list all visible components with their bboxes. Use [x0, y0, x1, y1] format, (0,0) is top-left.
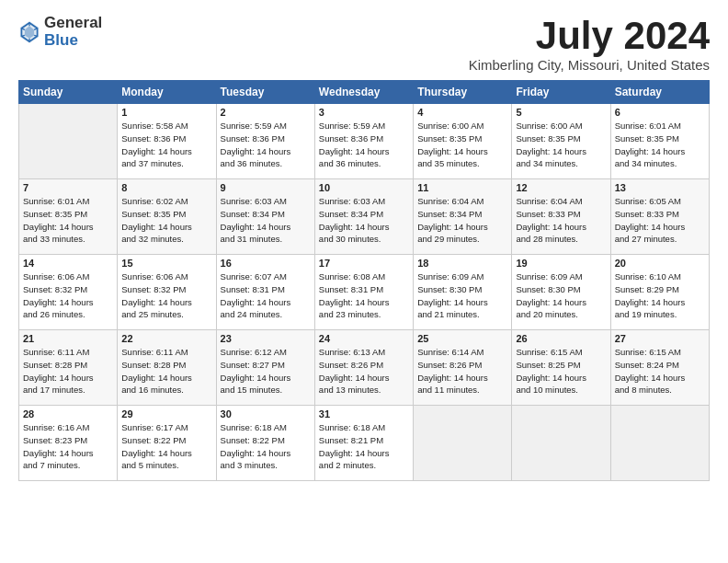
day-number: 12: [516, 182, 606, 193]
calendar-cell: 26Sunrise: 6:15 AM Sunset: 8:25 PM Dayli…: [512, 330, 610, 406]
calendar-table: SundayMondayTuesdayWednesdayThursdayFrid…: [18, 80, 710, 481]
calendar-week-row: 28Sunrise: 6:16 AM Sunset: 8:23 PM Dayli…: [19, 406, 710, 481]
day-info: Sunrise: 6:17 AM Sunset: 8:22 PM Dayligh…: [121, 421, 211, 472]
day-info: Sunrise: 6:14 AM Sunset: 8:26 PM Dayligh…: [417, 346, 507, 396]
weekday-header-row: SundayMondayTuesdayWednesdayThursdayFrid…: [19, 81, 710, 104]
day-info: Sunrise: 6:12 AM Sunset: 8:27 PM Dayligh…: [221, 346, 311, 396]
calendar-cell: 5Sunrise: 6:00 AM Sunset: 8:35 PM Daylig…: [512, 104, 610, 179]
weekday-header: Friday: [512, 81, 610, 104]
day-number: 10: [319, 182, 409, 193]
day-number: 4: [417, 107, 507, 118]
day-info: Sunrise: 6:00 AM Sunset: 8:35 PM Dayligh…: [417, 120, 507, 170]
calendar-cell: [512, 406, 610, 481]
calendar-cell: 24Sunrise: 6:13 AM Sunset: 8:26 PM Dayli…: [314, 330, 413, 406]
day-info: Sunrise: 5:59 AM Sunset: 8:36 PM Dayligh…: [221, 120, 311, 170]
calendar-cell: 21Sunrise: 6:11 AM Sunset: 8:28 PM Dayli…: [19, 330, 118, 406]
weekday-header: Monday: [118, 81, 216, 104]
weekday-header: Sunday: [19, 81, 118, 104]
day-number: 28: [23, 408, 113, 419]
calendar-cell: 27Sunrise: 6:15 AM Sunset: 8:24 PM Dayli…: [610, 330, 709, 406]
day-info: Sunrise: 6:10 AM Sunset: 8:29 PM Dayligh…: [615, 270, 705, 321]
location-title: Kimberling City, Missouri, United States: [469, 57, 710, 73]
day-number: 3: [319, 107, 409, 118]
day-info: Sunrise: 6:09 AM Sunset: 8:30 PM Dayligh…: [417, 270, 507, 321]
calendar-cell: 16Sunrise: 6:07 AM Sunset: 8:31 PM Dayli…: [216, 255, 314, 330]
calendar-cell: 31Sunrise: 6:18 AM Sunset: 8:21 PM Dayli…: [314, 406, 413, 481]
day-info: Sunrise: 6:03 AM Sunset: 8:34 PM Dayligh…: [221, 195, 311, 246]
calendar-cell: 25Sunrise: 6:14 AM Sunset: 8:26 PM Dayli…: [414, 330, 512, 406]
day-number: 29: [121, 408, 211, 419]
day-number: 21: [23, 333, 113, 344]
calendar-cell: 11Sunrise: 6:04 AM Sunset: 8:34 PM Dayli…: [414, 179, 512, 255]
logo-text: General Blue: [44, 15, 102, 49]
day-info: Sunrise: 6:15 AM Sunset: 8:25 PM Dayligh…: [516, 346, 606, 396]
day-info: Sunrise: 6:04 AM Sunset: 8:33 PM Dayligh…: [516, 195, 606, 246]
weekday-header: Saturday: [610, 81, 709, 104]
calendar-cell: 20Sunrise: 6:10 AM Sunset: 8:29 PM Dayli…: [610, 255, 709, 330]
day-info: Sunrise: 6:02 AM Sunset: 8:35 PM Dayligh…: [121, 195, 211, 246]
day-number: 31: [319, 408, 409, 419]
calendar-cell: 12Sunrise: 6:04 AM Sunset: 8:33 PM Dayli…: [512, 179, 610, 255]
day-info: Sunrise: 6:01 AM Sunset: 8:35 PM Dayligh…: [23, 195, 113, 246]
day-info: Sunrise: 6:05 AM Sunset: 8:33 PM Dayligh…: [615, 195, 705, 246]
day-info: Sunrise: 6:00 AM Sunset: 8:35 PM Dayligh…: [516, 120, 606, 170]
calendar-cell: 28Sunrise: 6:16 AM Sunset: 8:23 PM Dayli…: [19, 406, 118, 481]
day-number: 5: [516, 107, 606, 118]
calendar-cell: [19, 104, 118, 179]
day-info: Sunrise: 6:04 AM Sunset: 8:34 PM Dayligh…: [417, 195, 507, 246]
day-info: Sunrise: 6:09 AM Sunset: 8:30 PM Dayligh…: [516, 270, 606, 321]
day-number: 17: [319, 258, 409, 269]
day-number: 26: [516, 333, 606, 344]
calendar-week-row: 21Sunrise: 6:11 AM Sunset: 8:28 PM Dayli…: [19, 330, 710, 406]
calendar-cell: 4Sunrise: 6:00 AM Sunset: 8:35 PM Daylig…: [414, 104, 512, 179]
day-info: Sunrise: 6:03 AM Sunset: 8:34 PM Dayligh…: [319, 195, 409, 246]
calendar-cell: 22Sunrise: 6:11 AM Sunset: 8:28 PM Dayli…: [118, 330, 216, 406]
day-number: 18: [417, 258, 507, 269]
day-info: Sunrise: 6:07 AM Sunset: 8:31 PM Dayligh…: [221, 270, 311, 321]
day-number: 15: [121, 258, 211, 269]
weekday-header: Thursday: [414, 81, 512, 104]
calendar-week-row: 7Sunrise: 6:01 AM Sunset: 8:35 PM Daylig…: [19, 179, 710, 255]
day-info: Sunrise: 6:18 AM Sunset: 8:22 PM Dayligh…: [221, 421, 311, 472]
calendar-cell: 14Sunrise: 6:06 AM Sunset: 8:32 PM Dayli…: [19, 255, 118, 330]
calendar-cell: 6Sunrise: 6:01 AM Sunset: 8:35 PM Daylig…: [610, 104, 709, 179]
day-number: 25: [417, 333, 507, 344]
day-number: 30: [221, 408, 311, 419]
day-number: 27: [615, 333, 705, 344]
logo-general: General: [44, 15, 102, 32]
day-number: 20: [615, 258, 705, 269]
calendar-cell: 10Sunrise: 6:03 AM Sunset: 8:34 PM Dayli…: [314, 179, 413, 255]
day-number: 16: [221, 258, 311, 269]
calendar-week-row: 14Sunrise: 6:06 AM Sunset: 8:32 PM Dayli…: [19, 255, 710, 330]
title-block: July 2024 Kimberling City, Missouri, Uni…: [469, 15, 710, 73]
calendar-cell: 30Sunrise: 6:18 AM Sunset: 8:22 PM Dayli…: [216, 406, 314, 481]
day-number: 24: [319, 333, 409, 344]
calendar-cell: 23Sunrise: 6:12 AM Sunset: 8:27 PM Dayli…: [216, 330, 314, 406]
day-number: 19: [516, 258, 606, 269]
day-info: Sunrise: 6:08 AM Sunset: 8:31 PM Dayligh…: [319, 270, 409, 321]
calendar-cell: 9Sunrise: 6:03 AM Sunset: 8:34 PM Daylig…: [216, 179, 314, 255]
day-number: 9: [221, 182, 311, 193]
day-info: Sunrise: 6:06 AM Sunset: 8:32 PM Dayligh…: [121, 270, 211, 321]
calendar-cell: 29Sunrise: 6:17 AM Sunset: 8:22 PM Dayli…: [118, 406, 216, 481]
day-number: 14: [23, 258, 113, 269]
day-info: Sunrise: 6:11 AM Sunset: 8:28 PM Dayligh…: [121, 346, 211, 396]
month-title: July 2024: [469, 15, 710, 57]
calendar-cell: [610, 406, 709, 481]
day-info: Sunrise: 6:01 AM Sunset: 8:35 PM Dayligh…: [615, 120, 705, 170]
day-number: 11: [417, 182, 507, 193]
day-number: 1: [121, 107, 211, 118]
header: General Blue July 2024 Kimberling City, …: [18, 15, 710, 73]
calendar-cell: 7Sunrise: 6:01 AM Sunset: 8:35 PM Daylig…: [19, 179, 118, 255]
day-number: 8: [121, 182, 211, 193]
day-info: Sunrise: 5:58 AM Sunset: 8:36 PM Dayligh…: [121, 120, 211, 170]
calendar-cell: 2Sunrise: 5:59 AM Sunset: 8:36 PM Daylig…: [216, 104, 314, 179]
day-number: 2: [221, 107, 311, 118]
calendar-week-row: 1Sunrise: 5:58 AM Sunset: 8:36 PM Daylig…: [19, 104, 710, 179]
calendar-cell: 17Sunrise: 6:08 AM Sunset: 8:31 PM Dayli…: [314, 255, 413, 330]
day-number: 13: [615, 182, 705, 193]
calendar-cell: 8Sunrise: 6:02 AM Sunset: 8:35 PM Daylig…: [118, 179, 216, 255]
day-info: Sunrise: 6:06 AM Sunset: 8:32 PM Dayligh…: [23, 270, 113, 321]
day-number: 23: [221, 333, 311, 344]
calendar-cell: 13Sunrise: 6:05 AM Sunset: 8:33 PM Dayli…: [610, 179, 709, 255]
